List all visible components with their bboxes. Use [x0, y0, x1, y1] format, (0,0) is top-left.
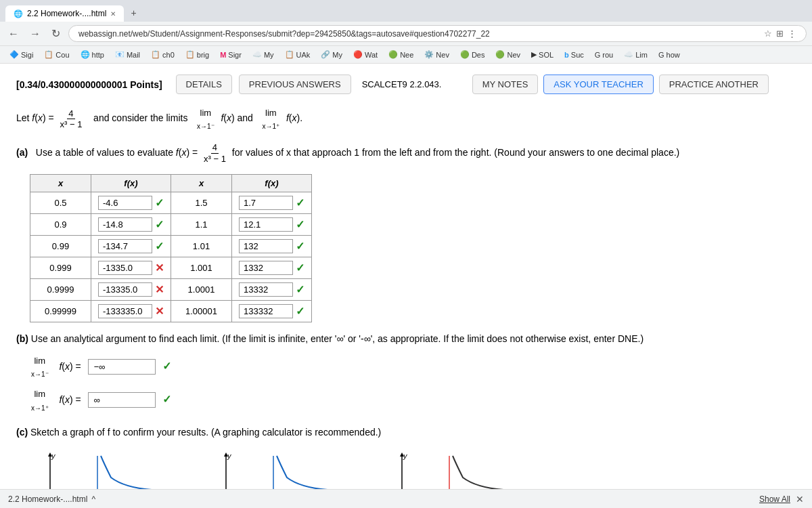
- fx1-input[interactable]: [98, 282, 152, 297]
- limit-left-check: ✓: [162, 357, 171, 377]
- back-button[interactable]: ←: [5, 25, 22, 43]
- status-caret-icon[interactable]: ^: [91, 494, 95, 504]
- table-cell-fx2: ✓: [232, 257, 312, 278]
- limit-right-row: lim x→1⁺ f(x) = ✓: [30, 386, 769, 414]
- fx1-input[interactable]: [98, 239, 152, 253]
- tab-label: 2.2 Homework-....html: [27, 9, 106, 18]
- extension-icon[interactable]: ⊞: [776, 28, 784, 39]
- bm-uak[interactable]: 📋UAk: [281, 49, 315, 60]
- bm-brig[interactable]: 📋brig: [181, 49, 213, 60]
- fx2-input[interactable]: [239, 239, 293, 253]
- bm-sol[interactable]: ▶SOL: [527, 49, 558, 60]
- bm-nev[interactable]: ⚙️Nev: [420, 49, 453, 60]
- limit-left-row: lim x→1⁻ f(x) = ✓: [30, 353, 769, 381]
- bm-how[interactable]: Ghow: [654, 49, 684, 60]
- fx2-check: ✓: [296, 196, 304, 209]
- show-all-button[interactable]: Show All: [759, 494, 790, 504]
- table-cell-fx2: ✓: [232, 300, 312, 322]
- table-cell-x2: 1.5: [171, 192, 232, 213]
- bm-suc[interactable]: bSuc: [560, 49, 588, 60]
- bookmark-star-icon[interactable]: ☆: [764, 28, 772, 39]
- active-tab[interactable]: 🌐 2.2 Homework-....html ✕: [5, 5, 124, 22]
- limit-left-input[interactable]: [88, 359, 156, 375]
- table-cell-fx1: ✓: [91, 213, 171, 235]
- fx2-input[interactable]: [239, 282, 293, 297]
- bm-rou[interactable]: Grou: [591, 49, 617, 60]
- my-notes-button[interactable]: MY NOTES: [472, 75, 539, 94]
- bm-cou[interactable]: 📋Cou: [40, 49, 73, 60]
- table-cell-x1: 0.9: [30, 213, 91, 235]
- table-cell-fx2: ✓: [232, 192, 312, 213]
- forward-button[interactable]: →: [27, 25, 43, 43]
- bookmark-bar: 🔷Sigi 📋Cou 🌐http 📧Mail 📋ch0 📋brig MSigr …: [0, 46, 812, 64]
- bm-lim[interactable]: ☁️Lim: [620, 49, 652, 60]
- status-bar: 2.2 Homework-....html ^ Show All ✕: [0, 489, 812, 508]
- bm-des[interactable]: 🟢Des: [456, 49, 489, 60]
- col-x1: x: [30, 174, 91, 192]
- bm-nee[interactable]: 🟢Nee: [384, 49, 418, 60]
- lim-left-func: f(x) and: [219, 112, 258, 123]
- table-cell-fx1: ✕: [91, 300, 171, 322]
- table-cell-x2: 1.001: [171, 257, 232, 278]
- tab-close-icon[interactable]: ✕: [110, 10, 116, 18]
- bm-wat[interactable]: 🔴Wat: [349, 49, 382, 60]
- fx1-xmark: ✕: [155, 305, 164, 318]
- fx1-input[interactable]: [98, 304, 152, 318]
- lim-b-right-label: lim x→1⁺: [31, 386, 49, 414]
- status-close-icon[interactable]: ✕: [796, 494, 804, 505]
- fraction-denominator: x³ − 1: [59, 119, 84, 130]
- table-cell-fx1: ✓: [91, 192, 171, 213]
- fx2-check: ✓: [296, 305, 304, 318]
- details-button[interactable]: DETAILS: [176, 75, 232, 94]
- status-tab[interactable]: 2.2 Homework-....html ^: [8, 494, 95, 504]
- fx2-input[interactable]: [239, 304, 293, 318]
- table-cell-x2: 1.1: [171, 213, 232, 235]
- bm-sigr[interactable]: MSigr: [216, 49, 246, 60]
- lim-right-func: f(x).: [284, 112, 302, 123]
- fx1-input[interactable]: [98, 217, 152, 232]
- question-header: [0.34/0.430000000000001 Points] DETAILS …: [16, 75, 769, 94]
- part-c-text: Sketch a graph of f to confirm your resu…: [30, 427, 381, 438]
- new-tab-button[interactable]: +: [125, 4, 141, 22]
- browser-tabs: 🌐 2.2 Homework-....html ✕ +: [0, 0, 812, 22]
- table-cell-fx2: ✓: [232, 278, 312, 300]
- lim-left-label: lim x→1⁻: [197, 105, 215, 133]
- bm-my2[interactable]: 🔗My: [317, 49, 346, 60]
- ask-teacher-button[interactable]: ASK YOUR TEACHER: [543, 75, 653, 94]
- table-cell-x2: 1.0001: [171, 278, 232, 300]
- status-tab-label: 2.2 Homework-....html: [8, 494, 87, 504]
- scalcet-label: SCALCET9 2.2.043.: [362, 79, 442, 89]
- svg-text:y: y: [51, 452, 56, 460]
- menu-icon[interactable]: ⋮: [788, 28, 796, 39]
- fx1-input[interactable]: [98, 261, 152, 275]
- fx2-input[interactable]: [239, 196, 293, 210]
- fx2-check: ✓: [296, 261, 304, 274]
- table-cell-x1: 0.99: [30, 235, 91, 257]
- fx1-check: ✓: [155, 218, 164, 231]
- lim-right-label: lim x→1⁺: [263, 105, 280, 133]
- table-cell-x1: 0.999: [30, 257, 91, 278]
- address-bar: ← → ↻ webassign.net/web/Student/Assignme…: [0, 22, 812, 46]
- problem-statement: Let f(x) = 4 x³ − 1 and consider the lim…: [16, 105, 769, 133]
- bm-sigi[interactable]: 🔷Sigi: [5, 49, 37, 60]
- bm-ch0[interactable]: 📋ch0: [147, 49, 179, 60]
- table-cell-fx1: ✕: [91, 278, 171, 300]
- table-cell-fx1: ✕: [91, 257, 171, 278]
- part-a-label: (a): [16, 147, 28, 158]
- bm-http[interactable]: 🌐http: [76, 49, 108, 60]
- table-cell-fx1: ✓: [91, 235, 171, 257]
- practice-another-button[interactable]: PRACTICE ANOTHER: [659, 75, 769, 94]
- fx1-input[interactable]: [98, 196, 152, 210]
- fx2-input[interactable]: [239, 261, 293, 275]
- table-cell-x1: 0.5: [30, 192, 91, 213]
- limit-right-input[interactable]: [88, 392, 156, 408]
- bm-nev2[interactable]: 🟢Nev: [491, 49, 524, 60]
- bm-my[interactable]: ☁️My: [248, 49, 278, 60]
- lim-b-left-label: lim x→1⁻: [31, 353, 49, 381]
- url-input[interactable]: webassign.net/web/Student/Assignment-Res…: [68, 25, 807, 42]
- bm-mail[interactable]: 📧Mail: [111, 49, 144, 60]
- fx2-input[interactable]: [239, 217, 293, 232]
- refresh-button[interactable]: ↻: [49, 24, 63, 43]
- fx1-check: ✓: [155, 240, 164, 253]
- previous-answers-button[interactable]: PREVIOUS ANSWERS: [239, 75, 351, 94]
